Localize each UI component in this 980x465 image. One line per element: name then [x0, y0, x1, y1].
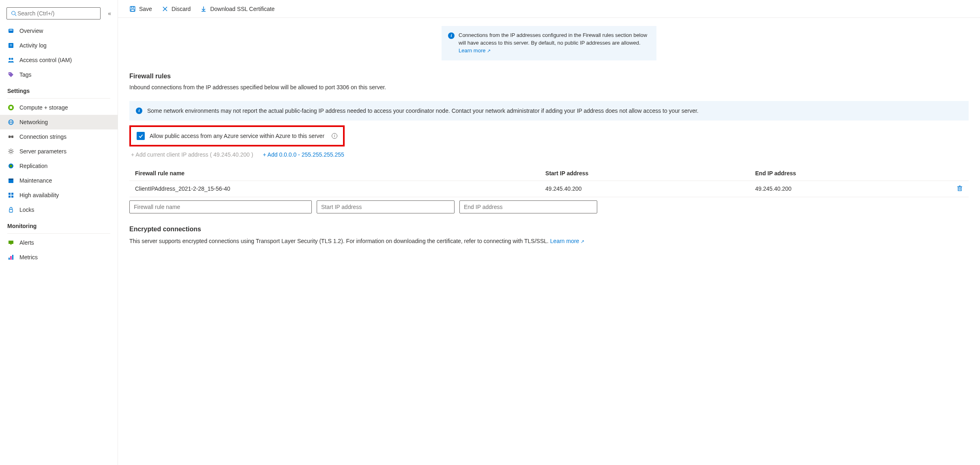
- new-rule-inputs: [129, 200, 969, 213]
- external-link-icon: ↗: [581, 239, 584, 244]
- collapse-sidebar-button[interactable]: «: [108, 10, 111, 17]
- learn-more-link[interactable]: Learn more ↗: [550, 238, 584, 244]
- save-icon: [129, 6, 136, 12]
- sidebar-item-replication[interactable]: Replication: [0, 159, 118, 173]
- new-rule-end-input[interactable]: [459, 200, 597, 213]
- svg-rect-2: [9, 29, 13, 33]
- allow-azure-services-row: Allow public access from any Azure servi…: [129, 125, 345, 146]
- svg-rect-25: [11, 196, 13, 198]
- encrypted-connections-text: This server supports encrypted connectio…: [129, 238, 550, 244]
- cell-end-ip: 49.245.40.200: [750, 181, 951, 197]
- info-box-firewall-access: i Connections from the IP addresses conf…: [442, 26, 656, 60]
- main-panel: Save Discard Download SSL Certificate i …: [118, 0, 980, 465]
- download-ssl-button[interactable]: Download SSL Certificate: [197, 2, 278, 15]
- svg-rect-28: [9, 258, 10, 260]
- button-label: Download SSL Certificate: [210, 6, 274, 12]
- add-full-range-button[interactable]: + Add 0.0.0.0 - 255.255.255.255: [263, 151, 344, 158]
- learn-more-link[interactable]: Learn more ↗: [459, 47, 491, 54]
- sidebar-item-activity-log[interactable]: Activity log: [0, 38, 118, 53]
- sidebar: « Overview Activity log Access control (…: [0, 0, 118, 465]
- divider: [7, 233, 110, 234]
- sidebar-item-label: Alerts: [19, 239, 34, 246]
- svg-rect-22: [9, 193, 11, 195]
- search-icon: [10, 10, 17, 17]
- networking-icon: [7, 118, 15, 126]
- divider: [7, 98, 110, 99]
- sidebar-item-label: Compute + storage: [19, 104, 68, 111]
- svg-rect-26: [9, 209, 13, 212]
- maintenance-icon: [7, 177, 15, 184]
- col-header-name: Firewall rule name: [129, 166, 540, 181]
- sidebar-item-metrics[interactable]: Metrics: [0, 250, 118, 265]
- sidebar-item-high-availability[interactable]: High availability: [0, 188, 118, 202]
- compute-storage-icon: [7, 104, 15, 111]
- svg-rect-11: [10, 106, 12, 109]
- svg-rect-27: [9, 241, 13, 244]
- svg-rect-3: [9, 30, 13, 30]
- new-rule-name-input[interactable]: [129, 200, 312, 213]
- activity-log-icon: [7, 42, 15, 49]
- access-control-icon: [7, 56, 15, 64]
- info-icon: i: [448, 32, 455, 39]
- firewall-rules-heading: Firewall rules: [129, 73, 969, 80]
- sidebar-item-maintenance[interactable]: Maintenance: [0, 173, 118, 188]
- discard-button[interactable]: Discard: [159, 2, 194, 15]
- info-tooltip-icon[interactable]: i: [332, 133, 337, 139]
- button-label: Discard: [172, 6, 191, 12]
- sidebar-item-label: Activity log: [19, 42, 47, 49]
- search-input[interactable]: [17, 10, 97, 17]
- ip-action-row: + Add current client IP address ( 49.245…: [129, 151, 969, 158]
- cell-rule-name: ClientIPAddress_2021-2-28_15-56-40: [129, 181, 540, 197]
- svg-rect-23: [11, 193, 13, 195]
- discard-icon: [162, 6, 168, 12]
- table-row: ClientIPAddress_2021-2-28_15-56-40 49.24…: [129, 181, 969, 197]
- svg-rect-16: [11, 136, 13, 138]
- connection-strings-icon: [7, 133, 15, 140]
- sidebar-item-label: Locks: [19, 207, 34, 213]
- svg-point-0: [12, 11, 15, 15]
- add-current-ip-button[interactable]: + Add current client IP address ( 49.245…: [131, 151, 253, 158]
- encrypted-connections-heading: Encrypted connections: [129, 226, 969, 233]
- svg-line-1: [15, 15, 17, 16]
- sidebar-item-label: Metrics: [19, 254, 38, 260]
- sidebar-section-settings: Settings: [0, 82, 118, 97]
- sidebar-item-alerts[interactable]: Alerts: [0, 235, 118, 250]
- sidebar-item-overview[interactable]: Overview: [0, 24, 118, 38]
- sidebar-item-compute-storage[interactable]: Compute + storage: [0, 100, 118, 115]
- svg-rect-38: [958, 187, 961, 191]
- sidebar-item-label: Replication: [19, 163, 47, 169]
- sidebar-item-networking[interactable]: Networking: [0, 115, 118, 129]
- svg-rect-33: [131, 9, 134, 11]
- sidebar-item-connection-strings[interactable]: Connection strings: [0, 129, 118, 144]
- sidebar-item-tags[interactable]: Tags: [0, 67, 118, 82]
- sidebar-item-locks[interactable]: Locks: [0, 202, 118, 217]
- sidebar-item-label: Networking: [19, 119, 48, 125]
- server-parameters-icon: [7, 148, 15, 155]
- replication-icon: [7, 162, 15, 170]
- sidebar-item-label: Connection strings: [19, 133, 66, 140]
- new-rule-start-input[interactable]: [317, 200, 455, 213]
- delete-rule-button[interactable]: [951, 181, 969, 197]
- alerts-icon: [7, 239, 15, 246]
- search-box[interactable]: [6, 7, 101, 19]
- firewall-rules-table: Firewall rule name Start IP address End …: [129, 166, 969, 197]
- save-button[interactable]: Save: [126, 2, 155, 15]
- col-header-start: Start IP address: [540, 166, 749, 181]
- sidebar-item-label: Tags: [19, 71, 32, 78]
- toolbar: Save Discard Download SSL Certificate: [118, 0, 980, 18]
- sidebar-item-server-parameters[interactable]: Server parameters: [0, 144, 118, 159]
- allow-azure-checkbox[interactable]: [137, 132, 145, 140]
- svg-rect-29: [11, 256, 12, 260]
- firewall-rules-description: Inbound connections from the IP addresse…: [129, 84, 969, 90]
- sidebar-item-label: Server parameters: [19, 148, 66, 155]
- svg-point-9: [9, 73, 10, 74]
- encrypted-connections-section: Encrypted connections This server suppor…: [129, 226, 969, 245]
- sidebar-section-monitoring: Monitoring: [0, 217, 118, 232]
- info-box-network-env: i Some network environments may not repo…: [129, 101, 969, 121]
- download-icon: [200, 6, 207, 12]
- svg-rect-4: [9, 43, 13, 48]
- sidebar-item-access-control[interactable]: Access control (IAM): [0, 53, 118, 67]
- locks-icon: [7, 206, 15, 213]
- svg-point-7: [9, 58, 11, 60]
- info-text: Some network environments may not report…: [147, 107, 699, 115]
